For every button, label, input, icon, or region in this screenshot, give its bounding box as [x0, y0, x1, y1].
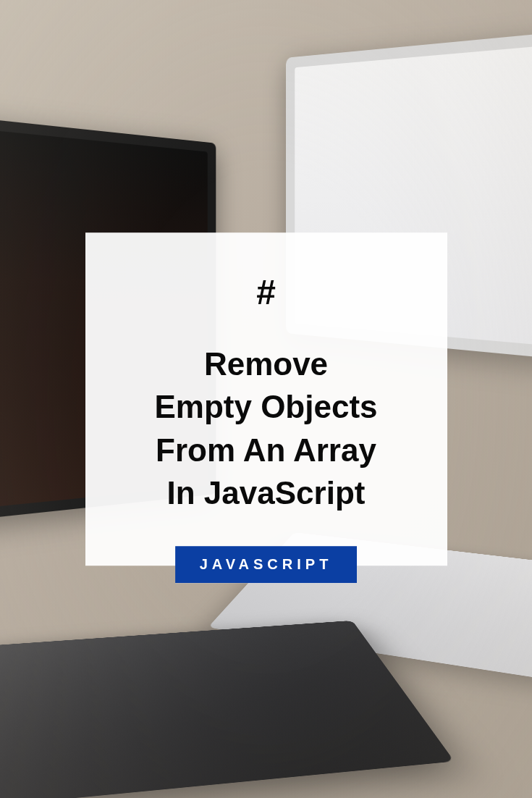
- title-line: Empty Objects: [111, 386, 422, 429]
- title-line: In JavaScript: [111, 471, 422, 514]
- hash-symbol: #: [111, 272, 422, 312]
- title-line: Remove: [111, 343, 422, 385]
- article-title: Remove Empty Objects From An Array In Ja…: [111, 343, 422, 515]
- category-tag: JAVASCRIPT: [175, 546, 358, 583]
- title-line: From An Array: [111, 429, 422, 471]
- title-card: # Remove Empty Objects From An Array In …: [85, 232, 447, 566]
